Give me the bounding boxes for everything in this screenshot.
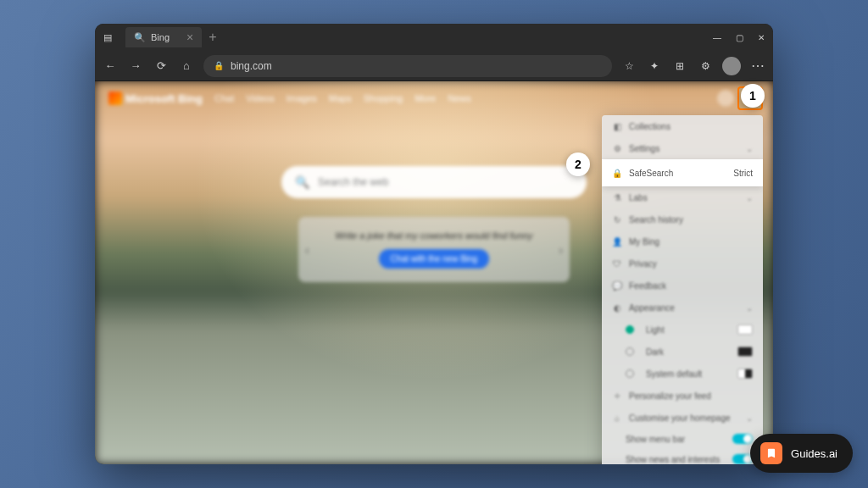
toggle-show-menu[interactable]: Show menu bar [602, 429, 763, 449]
menu-labs[interactable]: ⚗ Labs [602, 186, 763, 208]
search-icon: 🔍 [295, 175, 309, 189]
nav-videos[interactable]: Videos [246, 93, 274, 103]
nav-news[interactable]: News [448, 93, 471, 103]
safesearch-label: SafeSearch [629, 169, 673, 178]
system-swatch-icon [737, 369, 753, 379]
dark-swatch-icon [737, 347, 753, 357]
menu-personalize[interactable]: ✧ Personalize your feed [602, 385, 763, 407]
menu-privacy[interactable]: 🛡 Privacy [602, 252, 763, 274]
new-tab-button[interactable]: + [209, 30, 216, 45]
promo-next-icon[interactable]: › [559, 243, 563, 257]
forward-button[interactable]: → [127, 58, 144, 75]
star-icon[interactable]: ☆ [620, 58, 637, 75]
menu-customize-homepage[interactable]: ⌂ Customise your homepage [602, 407, 763, 429]
address-bar: ← → ⟳ ⌂ 🔒 bing.com ☆ ✦ ⊞ ⚙ ⋯ [95, 51, 773, 81]
tab-manager-icon[interactable]: ▤ [102, 31, 114, 43]
settings-panel: ◧ Collections ⚙ Settings 🔒 SafeSearch St… [602, 115, 763, 464]
labs-icon: ⚗ [612, 192, 622, 202]
bookmark-icon [760, 442, 782, 464]
person-icon: 👤 [612, 236, 622, 247]
menu-my-bing[interactable]: 👤 My Bing [602, 230, 763, 252]
chat-icon: 💬 [612, 280, 622, 291]
nav-more[interactable]: More [415, 93, 436, 103]
menu-safesearch[interactable]: 🔒 SafeSearch Strict [602, 159, 763, 186]
back-button[interactable]: ← [102, 58, 119, 75]
titlebar: ▤ 🔍 Bing × + — ▢ ✕ [95, 24, 773, 51]
profile-avatar[interactable] [722, 57, 741, 75]
search-box[interactable]: 🔍 Search the web [281, 166, 587, 198]
palette-icon: ◐ [612, 302, 622, 313]
menu-feedback[interactable]: 💬 Feedback [602, 274, 763, 297]
menu-collections[interactable]: ◧ Collections [602, 115, 763, 137]
url-text: bing.com [231, 60, 272, 72]
tab-close-icon[interactable]: × [186, 30, 193, 44]
more-menu-button[interactable]: ⋯ [749, 58, 766, 75]
shield-icon: 🛡 [612, 258, 622, 269]
menu-settings[interactable]: ⚙ Settings [602, 137, 763, 159]
refresh-button[interactable]: ⟳ [153, 58, 170, 75]
search-placeholder: Search the web [318, 176, 388, 188]
bing-nav: Chat Videos Images Maps Shopping More Ne… [214, 93, 471, 103]
radio-selected-icon [626, 325, 634, 334]
nav-maps[interactable]: Maps [329, 93, 352, 103]
lock-icon: 🔒 [214, 61, 224, 70]
promo-card: ‹ Write a joke that my coworkers would f… [298, 217, 570, 282]
bing-logo[interactable]: Microsoft Bing [108, 92, 203, 105]
favorites-icon[interactable]: ✦ [646, 58, 663, 75]
bing-header: Microsoft Bing Chat Videos Images Maps S… [95, 81, 773, 115]
theme-dark-option[interactable]: Dark [602, 341, 763, 363]
radio-icon [626, 369, 634, 378]
minimize-button[interactable]: — [712, 33, 722, 42]
collections-icon: ◧ [612, 121, 622, 131]
callout-badge-1: 1 [741, 84, 765, 108]
browser-window: ▤ 🔍 Bing × + — ▢ ✕ ← → ⟳ ⌂ 🔒 bing.com ☆ … [95, 24, 773, 464]
menu-search-history[interactable]: ↻ Search history [602, 208, 763, 230]
radio-icon [626, 347, 634, 356]
toggle-show-news[interactable]: Show news and interests [602, 449, 763, 464]
bing-favicon-icon: 🔍 [134, 31, 146, 43]
light-swatch-icon [737, 324, 753, 335]
menu-appearance[interactable]: ◐ Appearance [602, 297, 763, 319]
bing-brand-text: Microsoft Bing [125, 92, 203, 105]
promo-text: Write a joke that my coworkers would fin… [312, 230, 556, 241]
collections-icon[interactable]: ⊞ [671, 58, 688, 75]
window-controls: — ▢ ✕ [712, 33, 766, 42]
nav-chat[interactable]: Chat [214, 93, 234, 103]
browser-tab[interactable]: 🔍 Bing × [125, 27, 202, 47]
close-window-button[interactable]: ✕ [756, 33, 766, 42]
nav-shopping[interactable]: Shopping [364, 93, 403, 103]
guides-ai-badge[interactable]: Guides.ai [750, 434, 853, 473]
home-icon: ⌂ [612, 413, 622, 423]
gear-icon: ⚙ [612, 143, 622, 153]
theme-light-option[interactable]: Light [602, 319, 763, 341]
guides-label: Guides.ai [791, 447, 837, 460]
page-content: Microsoft Bing Chat Videos Images Maps S… [95, 81, 773, 464]
sparkle-icon: ✧ [612, 391, 622, 401]
promo-prev-icon[interactable]: ‹ [305, 243, 309, 257]
toggle-switch[interactable] [732, 434, 753, 444]
nav-images[interactable]: Images [287, 93, 317, 103]
extensions-icon[interactable]: ⚙ [697, 58, 714, 75]
maximize-button[interactable]: ▢ [734, 33, 744, 42]
promo-cta-button[interactable]: Chat with the new Bing [379, 249, 489, 269]
tab-title: Bing [151, 32, 170, 42]
home-button[interactable]: ⌂ [178, 58, 195, 75]
lock-icon: 🔒 [612, 168, 622, 178]
user-avatar-icon[interactable] [717, 90, 734, 107]
history-icon: ↻ [612, 214, 622, 225]
url-field[interactable]: 🔒 bing.com [203, 55, 612, 77]
safesearch-value: Strict [733, 169, 753, 178]
bing-logo-icon [108, 92, 122, 105]
theme-system-option[interactable]: System default [602, 363, 763, 385]
callout-badge-2: 2 [566, 152, 590, 176]
